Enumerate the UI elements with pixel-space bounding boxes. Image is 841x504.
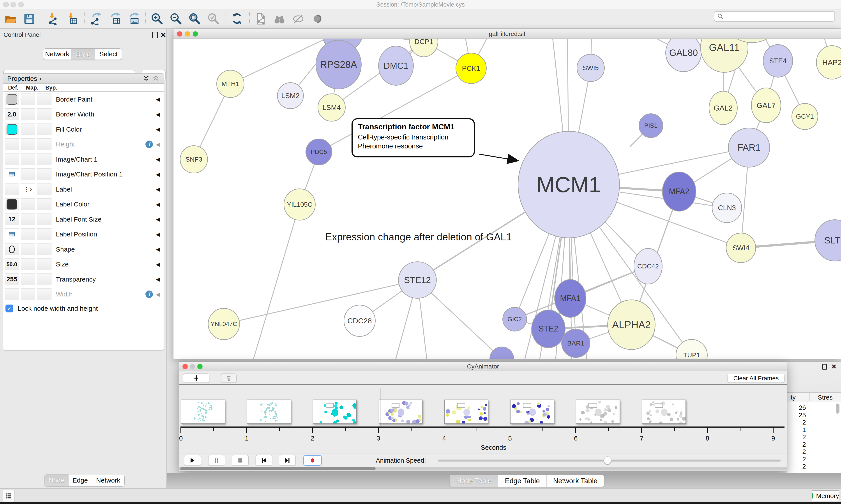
mapping-cell[interactable] bbox=[21, 228, 35, 240]
bypass-cell[interactable] bbox=[37, 154, 52, 165]
expand-property-icon[interactable]: ◀ bbox=[156, 96, 160, 103]
show-details-button[interactable] bbox=[310, 12, 325, 26]
table-cell-value[interactable]: 2 bbox=[787, 463, 806, 470]
mapping-cell[interactable] bbox=[21, 244, 35, 255]
delete-frame-button[interactable] bbox=[221, 374, 236, 383]
tab-network[interactable]: Network bbox=[43, 49, 71, 59]
tab-network[interactable]: Network bbox=[92, 474, 124, 486]
collapse-all-icon[interactable] bbox=[152, 75, 160, 82]
property-row-shape[interactable]: Shape◀ bbox=[3, 242, 164, 257]
expand-property-icon[interactable]: ◀ bbox=[156, 141, 160, 147]
network-canvas[interactable]: RPS28BDCP1RPS28ADMC1PCK1SWI5GAL80GAL11ST… bbox=[174, 39, 841, 359]
table-scrollbar[interactable] bbox=[836, 403, 839, 471]
close-panel-icon[interactable]: ✕ bbox=[160, 31, 166, 39]
show-panels-button[interactable] bbox=[3, 490, 15, 502]
mapping-cell[interactable] bbox=[21, 288, 35, 300]
default-value-cell[interactable] bbox=[5, 138, 19, 150]
expand-property-icon[interactable]: ◀ bbox=[156, 246, 160, 252]
record-button[interactable] bbox=[303, 455, 322, 466]
tab-network-table[interactable]: Network Table bbox=[547, 475, 604, 487]
bypass-cell[interactable] bbox=[37, 273, 52, 285]
timeline-playhead[interactable] bbox=[380, 388, 380, 427]
property-row-size[interactable]: 50.0Size◀ bbox=[3, 257, 164, 272]
table-col-header-2[interactable]: Stres bbox=[818, 394, 833, 401]
table-cell-value[interactable]: 26 bbox=[787, 404, 806, 411]
info-icon[interactable]: i bbox=[145, 141, 153, 148]
frame-thumbnail-0[interactable] bbox=[181, 399, 225, 424]
float-panel-icon[interactable] bbox=[152, 32, 158, 38]
frame-thumbnail-3[interactable] bbox=[379, 399, 423, 424]
float-panel-icon[interactable] bbox=[822, 364, 827, 370]
export-table-button[interactable] bbox=[107, 12, 122, 26]
table-cell-value[interactable]: 2 bbox=[787, 448, 806, 455]
table-cell-value[interactable]: 1 bbox=[787, 426, 806, 433]
property-row-fill-color[interactable]: Fill Color◀ bbox=[3, 122, 164, 137]
frame-thumbnail-7[interactable] bbox=[642, 399, 686, 424]
table-cell-value[interactable]: 25 bbox=[787, 411, 806, 419]
tab-node-table[interactable]: Node Table bbox=[450, 475, 498, 487]
property-row-label[interactable]: ⋮›Label◀ bbox=[3, 182, 164, 197]
mapping-cell[interactable] bbox=[21, 258, 35, 270]
table-cell-value[interactable]: 2 bbox=[787, 419, 806, 426]
property-row-image-chart-position-1[interactable]: Image/Chart Position 1◀ bbox=[3, 167, 164, 182]
new-network-button[interactable] bbox=[253, 12, 268, 26]
export-image-button[interactable] bbox=[126, 12, 141, 26]
table-cell-value[interactable]: 2 bbox=[787, 433, 806, 441]
first-neighbors-button[interactable] bbox=[230, 12, 245, 26]
close-panel-icon[interactable]: ✕ bbox=[831, 363, 836, 370]
default-value-cell[interactable]: 2.0 bbox=[5, 108, 19, 120]
expand-all-icon[interactable] bbox=[142, 75, 150, 82]
expand-property-icon[interactable]: ◀ bbox=[156, 216, 160, 222]
frame-thumbnail-2[interactable] bbox=[313, 399, 357, 424]
add-frame-button[interactable] bbox=[183, 374, 209, 383]
stop-button[interactable] bbox=[232, 455, 249, 466]
default-value-cell[interactable] bbox=[5, 244, 19, 255]
expand-property-icon[interactable]: ◀ bbox=[156, 126, 160, 132]
import-network-button[interactable] bbox=[46, 12, 60, 26]
expand-property-icon[interactable]: ◀ bbox=[156, 156, 160, 162]
mapping-cell[interactable] bbox=[21, 214, 35, 225]
timeline-scrollbar[interactable] bbox=[179, 467, 787, 470]
bypass-cell[interactable] bbox=[37, 288, 52, 300]
default-value-cell[interactable] bbox=[5, 198, 19, 210]
network-window-titlebar[interactable]: galFiltered.sif bbox=[174, 29, 841, 39]
frame-thumbnail-1[interactable] bbox=[247, 399, 291, 424]
table-col-header-1[interactable]: ity bbox=[789, 394, 796, 401]
default-value-cell[interactable]: 12 bbox=[5, 214, 19, 225]
expand-property-icon[interactable]: ◀ bbox=[156, 186, 160, 193]
bypass-cell[interactable] bbox=[37, 258, 52, 270]
tab-node[interactable]: Node bbox=[44, 474, 68, 486]
bypass-cell[interactable] bbox=[37, 108, 52, 120]
tab-edge-table[interactable]: Edge Table bbox=[498, 475, 547, 487]
bypass-cell[interactable] bbox=[37, 228, 52, 240]
open-session-button[interactable] bbox=[3, 12, 18, 26]
bypass-cell[interactable] bbox=[37, 214, 52, 225]
mapping-cell[interactable] bbox=[21, 154, 35, 165]
pause-button[interactable] bbox=[208, 455, 225, 466]
bypass-cell[interactable] bbox=[37, 198, 52, 210]
cyanimator-titlebar[interactable]: CyAnimator bbox=[179, 362, 787, 371]
mapping-cell[interactable] bbox=[21, 124, 35, 135]
tab-select[interactable]: Select bbox=[95, 49, 122, 59]
cyanimator-timeline[interactable]: 0123456789 Seconds bbox=[179, 385, 787, 453]
property-row-height[interactable]: Heighti◀ bbox=[3, 137, 164, 152]
search-box[interactable] bbox=[714, 11, 835, 22]
bypass-cell[interactable] bbox=[37, 244, 52, 255]
default-value-cell[interactable] bbox=[5, 228, 19, 240]
mapping-cell[interactable] bbox=[21, 138, 35, 150]
import-table-button[interactable] bbox=[65, 12, 79, 26]
expand-property-icon[interactable]: ◀ bbox=[156, 291, 160, 298]
mapping-cell[interactable] bbox=[21, 273, 35, 285]
mapping-cell[interactable]: ⋮› bbox=[21, 183, 35, 195]
bypass-cell[interactable] bbox=[37, 93, 52, 105]
frame-thumbnail-6[interactable] bbox=[576, 399, 620, 424]
table-cell-value[interactable]: 2 bbox=[787, 441, 806, 448]
default-value-cell[interactable] bbox=[5, 183, 19, 195]
default-value-cell[interactable] bbox=[5, 154, 19, 165]
expand-property-icon[interactable]: ◀ bbox=[156, 231, 160, 237]
tab-style[interactable]: Style bbox=[71, 49, 95, 59]
mapping-cell[interactable] bbox=[21, 93, 35, 105]
expand-property-icon[interactable]: ◀ bbox=[156, 201, 160, 208]
zoom-fit-button[interactable] bbox=[187, 12, 202, 26]
expand-property-icon[interactable]: ◀ bbox=[156, 276, 160, 283]
